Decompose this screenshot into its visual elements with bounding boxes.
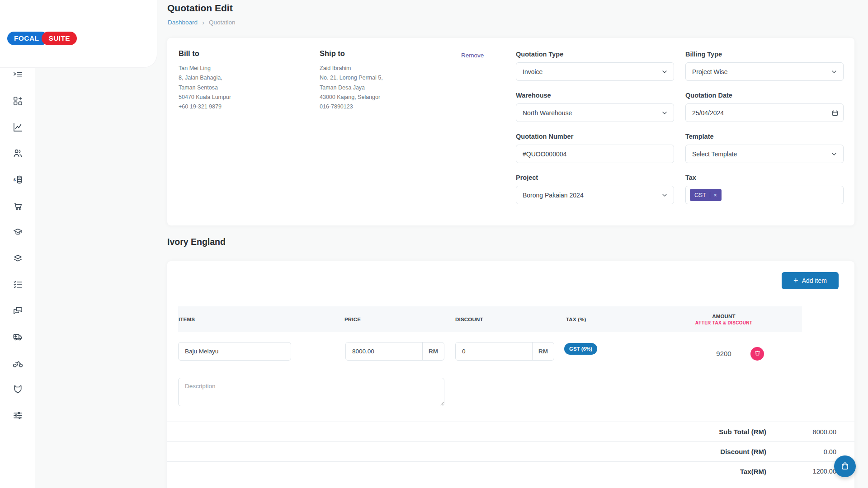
- quotation-date-field: Quotation Date: [685, 92, 844, 122]
- amount-header-text: AMOUNT: [712, 314, 736, 319]
- template-field: Template Select Template: [685, 133, 844, 163]
- warehouse-select[interactable]: North Warehouse: [516, 103, 674, 122]
- item-name-input[interactable]: [178, 342, 291, 361]
- bill-to-address-1: 8, Jalan Bahagia,: [179, 73, 310, 83]
- ship-to-address-1: No. 21, Lorong Permai 5,: [320, 73, 451, 83]
- sidebar-item-apps[interactable]: [0, 89, 35, 115]
- quotation-type-label: Quotation Type: [516, 51, 674, 58]
- discount-input[interactable]: [456, 343, 532, 360]
- discount-unit: RM: [532, 343, 554, 360]
- apps-plus-icon: [13, 96, 23, 108]
- subtotal-value: 8000.00: [787, 428, 836, 436]
- sidebar-item-finance[interactable]: $: [0, 167, 35, 193]
- breadcrumb: Dashboard › Quotation: [168, 19, 236, 26]
- sidebar-item-dashboard[interactable]: [0, 62, 35, 89]
- sidebar-item-messages[interactable]: [0, 298, 35, 324]
- chevron-down-icon: [661, 192, 668, 200]
- sidebar-item-delivery[interactable]: [0, 351, 35, 377]
- breadcrumb-dashboard-link[interactable]: Dashboard: [168, 19, 198, 26]
- customer-name-heading: Ivory England: [167, 237, 226, 247]
- chat-icon: [13, 305, 23, 317]
- cart-fab-button[interactable]: [834, 455, 856, 477]
- project-select[interactable]: Borong Pakaian 2024: [516, 186, 674, 204]
- chevron-down-icon: [661, 109, 668, 118]
- template-select[interactable]: Select Template: [685, 145, 844, 163]
- discount-total-value: 0.00: [787, 448, 836, 455]
- remove-address-link[interactable]: Remove: [461, 52, 484, 59]
- quotation-number-label: Quotation Number: [516, 133, 674, 140]
- quotation-date-label: Quotation Date: [685, 92, 844, 99]
- billing-type-select[interactable]: Project Wise: [685, 62, 844, 81]
- discount-total-label: Discount (RM): [720, 448, 766, 455]
- page-title: Quotation Edit: [167, 3, 233, 14]
- shopping-bag-icon: [840, 461, 850, 472]
- ship-to-phone: 016-7890123: [320, 102, 451, 112]
- tax-chip-text: GST: [694, 192, 706, 198]
- delete-item-button[interactable]: [750, 347, 764, 361]
- sidebar-item-logistics[interactable]: [0, 324, 35, 351]
- money-coins-icon: $: [13, 174, 23, 186]
- plus-icon: +: [793, 277, 798, 285]
- chevron-down-icon: [830, 68, 838, 77]
- bill-to-address-3: 50470 Kuala Lumpur: [179, 93, 310, 102]
- truck-icon: [13, 332, 23, 343]
- tax-total-value: 1200.00: [787, 468, 836, 475]
- quotation-edit-page: FOCAL SUITE $: [0, 0, 868, 488]
- add-item-button[interactable]: + Add item: [782, 272, 839, 289]
- ship-to-block: Ship to Zaid Ibrahim No. 21, Lorong Perm…: [320, 49, 451, 112]
- ship-to-heading: Ship to: [320, 49, 451, 58]
- template-value: Select Template: [692, 150, 737, 158]
- sidebar-item-settings[interactable]: [0, 403, 35, 429]
- cart-icon: [13, 201, 23, 212]
- sidebar-item-projects[interactable]: [0, 246, 35, 272]
- quotation-number-input-wrap: [516, 145, 674, 163]
- row-tax-badge[interactable]: GST (6%): [564, 343, 597, 355]
- tax-chip-remove-icon[interactable]: ×: [714, 192, 717, 198]
- item-description-textarea[interactable]: [178, 378, 444, 406]
- sidebar-item-customers[interactable]: [0, 141, 35, 167]
- sidebar-item-security[interactable]: [0, 377, 35, 403]
- quotation-type-select[interactable]: Invoice: [516, 62, 674, 81]
- quotation-type-field: Quotation Type Invoice: [516, 51, 674, 81]
- amount-header-subnote: AFTER TAX & DISCOUNT: [695, 320, 752, 325]
- sidebar-item-training[interactable]: [0, 220, 35, 246]
- totals-section: Sub Total (RM) 8000.00 Discount (RM) 0.0…: [167, 422, 854, 481]
- add-item-label: Add item: [802, 277, 827, 284]
- price-unit: RM: [422, 343, 444, 360]
- project-label: Project: [516, 174, 674, 181]
- chart-line-icon: [13, 122, 23, 134]
- bill-to-name: Tan Mei Ling: [179, 64, 310, 73]
- bill-to-block: Bill to Tan Mei Ling 8, Jalan Bahagia, T…: [179, 49, 310, 112]
- sidebar-item-analytics[interactable]: [0, 115, 35, 141]
- bill-to-heading: Bill to: [179, 49, 310, 58]
- billing-type-label: Billing Type: [685, 51, 844, 58]
- tax-field: Tax GST ×: [685, 174, 844, 204]
- bill-to-address-2: Taman Sentosa: [179, 83, 310, 93]
- subtotal-row: Sub Total (RM) 8000.00: [167, 422, 854, 441]
- column-header-tax: TAX (%): [566, 306, 586, 332]
- project-value: Borong Pakaian 2024: [523, 192, 584, 199]
- billing-type-value: Project Wise: [692, 68, 728, 75]
- tax-chip-divider: [710, 192, 710, 198]
- sidebar-item-tasks[interactable]: [0, 272, 35, 298]
- layers-icon: [13, 253, 23, 265]
- focal-suite-logo[interactable]: FOCAL SUITE: [7, 32, 77, 45]
- chevron-down-icon: [661, 68, 668, 77]
- breadcrumb-current: Quotation: [209, 19, 236, 26]
- tax-multiselect[interactable]: GST ×: [685, 186, 844, 204]
- template-label: Template: [685, 133, 844, 140]
- billing-type-field: Billing Type Project Wise: [685, 51, 844, 81]
- sidebar-item-pos[interactable]: [0, 193, 35, 220]
- subtotal-label: Sub Total (RM): [719, 428, 766, 436]
- svg-text:$: $: [13, 178, 15, 182]
- calendar-icon[interactable]: [831, 109, 839, 118]
- discount-input-group: RM: [455, 342, 554, 361]
- warehouse-field: Warehouse North Warehouse: [516, 92, 674, 122]
- warehouse-label: Warehouse: [516, 92, 674, 99]
- bicycle-icon: [13, 358, 23, 370]
- breadcrumb-separator: ›: [202, 19, 204, 26]
- ship-to-address-3: 43000 Kajang, Selangor: [320, 93, 451, 102]
- quotation-number-input[interactable]: [523, 150, 667, 158]
- price-input[interactable]: [346, 343, 422, 360]
- quotation-date-input[interactable]: [692, 109, 837, 117]
